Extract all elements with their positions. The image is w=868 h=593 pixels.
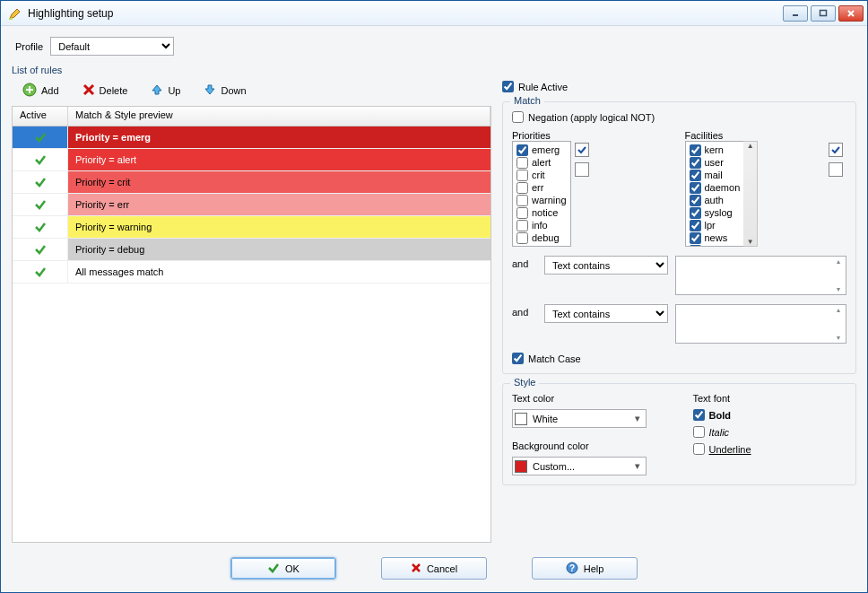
help-button[interactable]: ? Help [532, 557, 638, 580]
list-item[interactable]: emerg [516, 144, 567, 156]
list-item[interactable]: err [516, 181, 567, 194]
style-color-col: Text color White ▾ Background color Cust… [512, 393, 666, 475]
maximize-button[interactable] [811, 5, 836, 22]
table-row[interactable]: Priority = debug [13, 239, 490, 261]
list-item[interactable]: syslog [690, 206, 741, 219]
rule-active-checkbox[interactable] [502, 81, 514, 92]
facilities-list[interactable]: kernusermaildaemonauthsysloglprnewsuucp [685, 141, 744, 247]
row-preview-cell: Priority = crit [68, 171, 490, 193]
list-item[interactable]: user [690, 156, 741, 169]
and2-text-input[interactable]: ▴▾ [675, 304, 846, 344]
list-item-checkbox[interactable] [690, 157, 701, 169]
list-item[interactable]: debug [516, 231, 567, 244]
minimize-button[interactable] [783, 5, 808, 22]
list-item-checkbox[interactable] [516, 144, 528, 156]
list-item[interactable]: news [690, 231, 741, 244]
italic-label[interactable]: Italic [709, 427, 730, 438]
row-active-cell[interactable] [13, 261, 68, 283]
up-button[interactable]: Up [151, 83, 180, 98]
table-row[interactable]: Priority = err [13, 194, 490, 216]
list-item-checkbox[interactable] [516, 195, 528, 206]
list-item[interactable]: daemon [690, 181, 741, 194]
table-row[interactable]: Priority = alert [13, 149, 490, 171]
italic-checkbox[interactable] [693, 426, 705, 438]
and1-mode-select[interactable]: Text contains [544, 256, 668, 275]
list-item-checkbox[interactable] [690, 232, 701, 244]
list-item[interactable]: kern [690, 144, 741, 156]
settings-pane: Rule Active Match Negation (apply logica… [502, 65, 856, 543]
underline-label[interactable]: Underline [709, 444, 751, 455]
negation-checkbox[interactable] [512, 111, 524, 123]
list-item[interactable]: crit [516, 169, 567, 181]
row-preview-cell: Priority = emerg [68, 126, 490, 148]
bg-color-select[interactable]: Custom... ▾ [512, 457, 647, 475]
list-item-checkbox[interactable] [516, 207, 528, 219]
list-item-checkbox[interactable] [516, 170, 528, 181]
window-title: Highlighting setup [28, 7, 783, 20]
row-active-cell[interactable] [13, 194, 68, 215]
underline-checkbox[interactable] [693, 443, 705, 455]
rules-label: List of rules [12, 65, 491, 75]
and2-mode-select[interactable]: Text contains [544, 304, 668, 323]
table-row[interactable]: Priority = emerg [13, 126, 490, 149]
bold-label[interactable]: Bold [709, 410, 731, 421]
row-active-cell[interactable] [13, 171, 68, 193]
row-preview-cell: All messages match [68, 261, 490, 283]
and1-text-input[interactable]: ▴▾ [675, 256, 846, 295]
row-active-cell[interactable] [13, 149, 68, 170]
list-item[interactable]: auth [690, 194, 741, 206]
row-active-cell[interactable] [13, 216, 68, 238]
list-item-checkbox[interactable] [690, 245, 701, 248]
list-item-checkbox[interactable] [690, 144, 701, 156]
arrow-up-icon [151, 83, 163, 98]
list-item-checkbox[interactable] [516, 182, 528, 194]
list-item-checkbox[interactable] [516, 220, 528, 231]
rule-active-label[interactable]: Rule Active [518, 82, 568, 92]
text-font-label: Text font [693, 393, 847, 404]
profile-row: Profile Default [12, 35, 856, 59]
list-item-checkbox[interactable] [516, 232, 528, 244]
profile-select[interactable]: Default [50, 37, 174, 56]
row-active-cell[interactable] [13, 239, 68, 260]
facilities-uncheck-all[interactable] [829, 162, 843, 177]
row-active-cell[interactable] [13, 126, 68, 148]
list-item[interactable]: mail [690, 169, 741, 181]
negation-label[interactable]: Negation (apply logical NOT) [528, 112, 655, 123]
list-item[interactable]: uucp [690, 244, 741, 247]
match-case-label[interactable]: Match Case [528, 353, 581, 364]
facilities-check-all[interactable] [829, 143, 843, 157]
col-preview[interactable]: Match & Style preview [68, 107, 490, 126]
list-item-checkbox[interactable] [690, 182, 701, 194]
list-item[interactable]: notice [516, 206, 567, 219]
svg-marker-12 [205, 85, 214, 94]
list-item-checkbox[interactable] [690, 170, 701, 181]
table-row[interactable]: Priority = warning [13, 216, 490, 239]
plus-icon [22, 83, 37, 99]
priorities-check-all[interactable] [575, 143, 589, 157]
delete-button[interactable]: Delete [82, 83, 128, 98]
table-row[interactable]: All messages match [13, 261, 490, 283]
down-button[interactable]: Down [204, 83, 246, 98]
table-row[interactable]: Priority = crit [13, 171, 490, 194]
text-color-select[interactable]: White ▾ [512, 409, 647, 428]
match-case-checkbox[interactable] [512, 353, 524, 364]
rule-active-row: Rule Active [502, 81, 856, 92]
list-item[interactable]: info [516, 219, 567, 231]
list-item-checkbox[interactable] [690, 195, 701, 206]
list-item-checkbox[interactable] [516, 157, 528, 169]
facilities-scrollbar[interactable]: ▲▼ [743, 141, 758, 247]
bold-checkbox[interactable] [693, 409, 705, 421]
add-button[interactable]: Add [22, 83, 59, 99]
priorities-list[interactable]: emergalertcriterrwarningnoticeinfodebug [512, 141, 571, 247]
list-item[interactable]: lpr [690, 219, 741, 231]
col-active[interactable]: Active [13, 107, 68, 126]
list-item-checkbox[interactable] [690, 220, 701, 231]
list-item[interactable]: warning [516, 194, 567, 206]
priorities-wrap: Priorities emergalertcriterrwarningnotic… [512, 130, 674, 247]
close-button[interactable] [838, 5, 864, 22]
cancel-button[interactable]: Cancel [381, 557, 487, 580]
ok-button[interactable]: OK [230, 557, 336, 580]
priorities-uncheck-all[interactable] [575, 162, 589, 177]
list-item[interactable]: alert [516, 156, 567, 169]
list-item-checkbox[interactable] [690, 207, 701, 219]
